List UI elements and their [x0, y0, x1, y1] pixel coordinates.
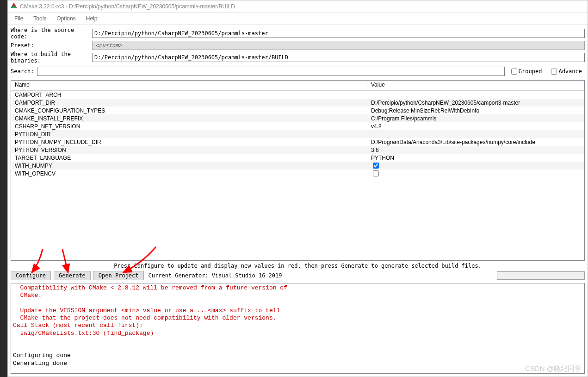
table-row[interactable]: PYTHON_VERSION3.8	[11, 146, 584, 154]
var-checkbox[interactable]	[373, 163, 379, 169]
output-log[interactable]: Compatibility with CMake < 2.8.12 will b…	[11, 283, 585, 374]
configure-button[interactable]: Configure	[11, 271, 51, 280]
generate-button[interactable]: Generate	[54, 271, 91, 280]
menubar: File Tools Options Help	[8, 13, 588, 25]
grouped-checkbox[interactable]	[511, 69, 517, 75]
grouped-checkbox-label[interactable]: Grouped	[509, 67, 542, 76]
source-input[interactable]	[92, 29, 585, 38]
table-row[interactable]: PYTHON_DIR	[11, 130, 584, 138]
advanced-checkbox[interactable]	[551, 69, 557, 75]
table-row[interactable]: WITH_OPENCV	[11, 170, 584, 177]
var-name: TARGET_LANGUAGE	[11, 155, 367, 161]
table-header: Name Value	[11, 81, 584, 91]
var-value[interactable]	[367, 169, 584, 178]
table-row[interactable]: PYTHON_NUMPY_INCLUDE_DIRD:/ProgramData/A…	[11, 138, 584, 146]
search-label: Search:	[11, 68, 34, 75]
var-value[interactable]: D:/Percipio/python/CsharpNEW_20230605/ca…	[367, 100, 584, 106]
table-row[interactable]: CAMPORT_ARCH	[11, 91, 584, 99]
table-row[interactable]: CSHARP_NET_VERSIONv4.8	[11, 122, 584, 130]
build-input[interactable]	[92, 53, 585, 62]
current-generator-label: Current Generator: Visual Studio 16 2019	[149, 272, 282, 279]
var-name: CAMPORT_DIR	[11, 100, 367, 106]
open-project-button[interactable]: Open Project	[93, 271, 144, 280]
var-name: WITH_NUMPY	[11, 163, 367, 169]
cmake-logo-icon	[11, 2, 17, 10]
var-checkbox[interactable]	[373, 170, 379, 176]
var-name: CMAKE_CONFIGURATION_TYPES	[11, 107, 367, 114]
menu-help[interactable]: Help	[81, 14, 102, 23]
external-sidebar	[0, 0, 7, 377]
button-row: Configure Generate Open Project Current …	[8, 270, 588, 281]
path-section: Where is the source code: Preset: <custo…	[8, 25, 588, 64]
var-name: PYTHON_DIR	[11, 131, 367, 138]
table-row[interactable]: CAMPORT_DIRD:/Percipio/python/CsharpNEW_…	[11, 99, 584, 107]
menu-options[interactable]: Options	[52, 14, 80, 23]
col-value-header[interactable]: Value	[367, 81, 584, 90]
var-name: PYTHON_NUMPY_INCLUDE_DIR	[11, 139, 367, 145]
table-row[interactable]: CMAKE_CONFIGURATION_TYPESDebug;Release;M…	[11, 107, 584, 114]
variables-table[interactable]: Name Value CAMPORT_ARCHCAMPORT_DIRD:/Per…	[11, 80, 585, 261]
preset-label: Preset:	[11, 42, 92, 49]
progress-bar	[497, 271, 585, 280]
table-row[interactable]: CMAKE_INSTALL_PREFIXC:/Program Files/pca…	[11, 114, 584, 122]
preset-value: <custom>	[95, 42, 122, 49]
var-value[interactable]: v4.8	[367, 123, 584, 130]
var-name: CAMPORT_ARCH	[11, 92, 367, 98]
var-value[interactable]: PYTHON	[367, 155, 584, 161]
var-name: PYTHON_VERSION	[11, 147, 367, 153]
menu-file[interactable]: File	[10, 14, 28, 23]
table-row[interactable]: WITH_NUMPY	[11, 162, 584, 170]
var-value[interactable]: Debug;Release;MinSizeRel;RelWithDebInfo	[367, 107, 584, 114]
table-row[interactable]: TARGET_LANGUAGEPYTHON	[11, 154, 584, 162]
advanced-checkbox-label[interactable]: Advance	[549, 67, 582, 76]
window-title: CMake 3.22.0-rc3 - D:/Percipio/python/Cs…	[20, 3, 235, 10]
titlebar: CMake 3.22.0-rc3 - D:/Percipio/python/Cs…	[8, 0, 588, 13]
preset-dropdown[interactable]: <custom>	[92, 41, 585, 50]
var-value[interactable]: C:/Program Files/pcammls	[367, 115, 584, 122]
var-name: CSHARP_NET_VERSION	[11, 123, 367, 130]
cmake-window: CMake 3.22.0-rc3 - D:/Percipio/python/Cs…	[7, 0, 588, 377]
var-value[interactable]: D:/ProgramData/Anaconda3/Lib/site-packag…	[367, 139, 584, 145]
var-name: CMAKE_INSTALL_PREFIX	[11, 115, 367, 122]
search-row: Search: Grouped Advance	[8, 64, 588, 78]
var-name: WITH_OPENCV	[11, 170, 367, 177]
build-label: Where to build the binaries:	[11, 51, 92, 64]
var-value[interactable]: 3.8	[367, 147, 584, 153]
menu-tools[interactable]: Tools	[29, 14, 51, 23]
hint-text: Press Configure to update and display ne…	[8, 262, 588, 270]
source-label: Where is the source code:	[11, 27, 92, 40]
col-name-header[interactable]: Name	[11, 81, 367, 90]
search-input[interactable]	[37, 67, 505, 76]
